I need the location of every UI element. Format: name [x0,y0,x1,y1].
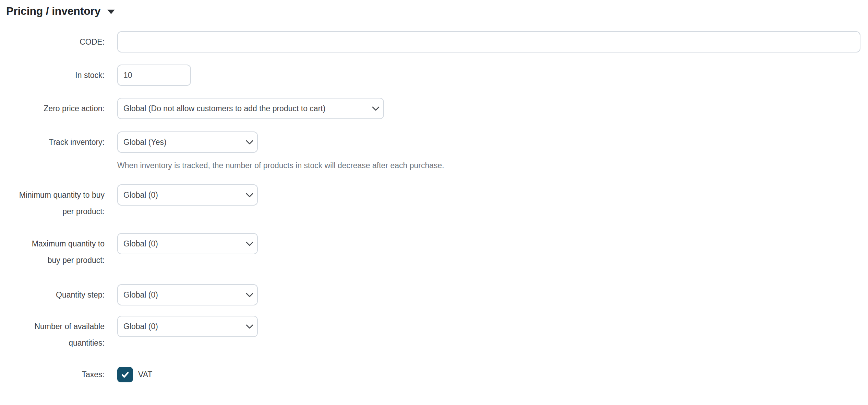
track-inventory-help-text: When inventory is tracked, the number of… [117,160,444,171]
check-icon [120,370,130,380]
available-quantities-label: Number of available quantities: [6,316,105,351]
in-stock-input[interactable] [117,65,191,86]
form-row-quantity-step: Quantity step: Global (0) [6,284,868,305]
zero-price-action-label: Zero price action: [6,98,105,117]
max-quantity-select[interactable]: Global (0) [117,233,258,254]
quantity-step-label: Quantity step: [6,284,105,303]
section-title: Pricing / inventory [6,4,100,18]
form-row-in-stock: In stock: [6,65,868,86]
form-row-track-inventory: Track inventory: Global (Yes) When inven… [6,131,868,171]
code-input[interactable] [117,31,860,53]
zero-price-action-select[interactable]: Global (Do not allow customers to add th… [117,98,384,119]
pricing-inventory-section: Pricing / inventory CODE: In stock: Zero… [0,4,868,382]
quantity-step-select[interactable]: Global (0) [117,284,258,305]
pricing-inventory-form: CODE: In stock: Zero price action: Globa… [6,31,868,382]
code-label: CODE: [6,31,105,50]
form-row-code: CODE: [6,31,868,53]
vat-checkbox[interactable] [117,367,133,382]
in-stock-label: In stock: [6,65,105,83]
vat-checkbox-label[interactable]: VAT [138,370,152,379]
max-quantity-label: Maximum quantity to buy per product: [6,233,105,268]
form-row-min-quantity: Minimum quantity to buy per product: Glo… [6,184,868,220]
form-row-taxes: Taxes: VAT [6,367,868,382]
min-quantity-label: Minimum quantity to buy per product: [6,184,105,220]
available-quantities-select[interactable]: Global (0) [117,316,258,337]
form-row-available-quantities: Number of available quantities: Global (… [6,316,868,351]
form-row-zero-price-action: Zero price action: Global (Do not allow … [6,98,868,119]
track-inventory-label: Track inventory: [6,131,105,150]
taxes-label: Taxes: [6,367,105,382]
track-inventory-select[interactable]: Global (Yes) [117,131,258,153]
min-quantity-select[interactable]: Global (0) [117,184,258,206]
form-row-max-quantity: Maximum quantity to buy per product: Glo… [6,233,868,268]
caret-down-icon[interactable] [107,10,115,14]
section-header-toggle[interactable]: Pricing / inventory [6,4,868,18]
